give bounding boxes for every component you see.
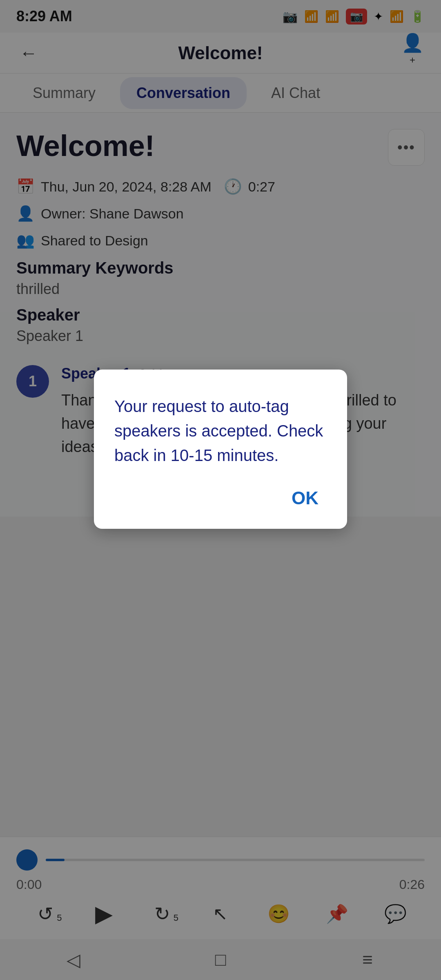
dialog-overlay: Your request to auto-tag speakers is acc… (0, 0, 441, 980)
dialog-ok-button[interactable]: OK (283, 484, 327, 512)
auto-tag-dialog: Your request to auto-tag speakers is acc… (94, 370, 347, 529)
dialog-actions: OK (114, 484, 327, 512)
dialog-message: Your request to auto-tag speakers is acc… (114, 394, 327, 468)
